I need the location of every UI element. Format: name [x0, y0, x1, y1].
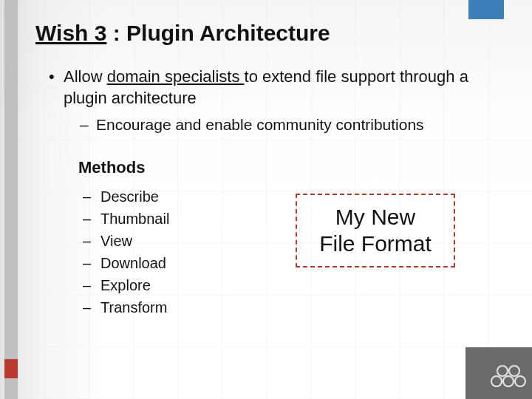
main-bullet-prefix: Allow [64, 67, 107, 86]
title-rest: : Plugin Architecture [106, 21, 330, 45]
method-item: Describe [78, 186, 241, 207]
left-accent-block [4, 359, 18, 378]
corner-logo [466, 347, 532, 399]
main-bullet-underlined: domain specialists [107, 67, 245, 86]
method-item: Thumbnail [78, 208, 241, 229]
logo-circle-icon [491, 375, 502, 387]
method-item: Transform [78, 297, 241, 318]
callout-box: My New File Format [296, 194, 455, 267]
content-area: Wish 3 : Plugin Architecture Allow domai… [35, 21, 510, 384]
title-underlined: Wish 3 [35, 21, 106, 45]
columns: Describe Thumbnail View Download Explore… [35, 185, 510, 319]
callout-wrap: My New File Format [241, 185, 510, 267]
main-bullet: Allow domain specialists to extend file … [49, 66, 510, 109]
left-stripe-decoration [4, 0, 18, 399]
slide: Wish 3 : Plugin Architecture Allow domai… [0, 0, 532, 399]
methods-list: Describe Thumbnail View Download Explore… [78, 185, 241, 319]
method-item: Download [78, 253, 241, 273]
methods-heading: Methods [78, 158, 510, 177]
logo-circles [487, 359, 528, 396]
logo-circle-icon [514, 375, 526, 387]
callout-line1: My New [319, 204, 432, 231]
slide-title: Wish 3 : Plugin Architecture [35, 21, 510, 46]
method-item: View [78, 231, 241, 251]
sub-bullet: Encourage and enable community contribut… [80, 115, 510, 134]
callout-line2: File Format [319, 231, 432, 257]
method-item: Explore [78, 275, 241, 296]
logo-circle-icon [502, 375, 514, 387]
top-accent-block [468, 0, 504, 19]
